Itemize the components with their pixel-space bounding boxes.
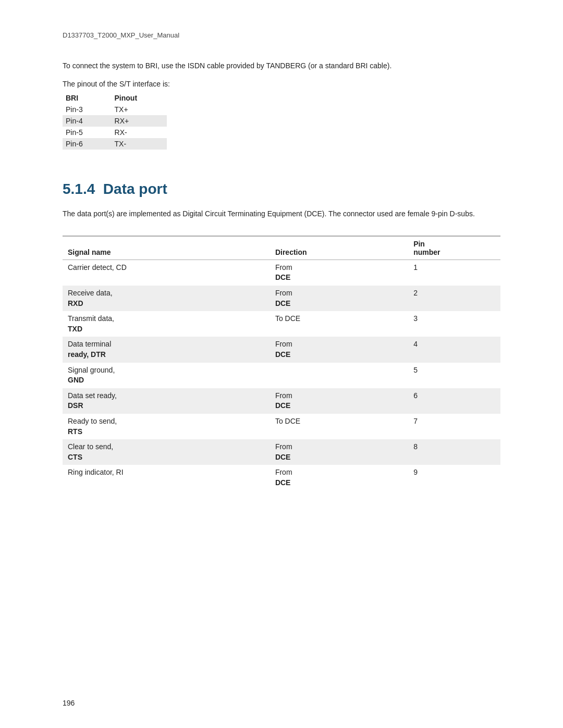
bri-row-pin: Pin-5	[63, 127, 112, 138]
direction-cell	[270, 363, 408, 388]
doc-id: D1337703_T2000_MXP_User_Manual	[63, 31, 179, 39]
table-row: Signal ground,GND5	[63, 363, 500, 388]
pin-number-cell: 5	[408, 363, 500, 388]
signal-name-cell: Data terminalready, DTR	[63, 337, 270, 362]
pin-number-cell: 8	[408, 439, 500, 465]
table-row: Data terminalready, DTRFromDCE4	[63, 337, 500, 362]
pin-number-cell: 6	[408, 388, 500, 414]
bri-table: BRI Pinout Pin-3TX+Pin-4RX+Pin-5RX-Pin-6…	[63, 92, 167, 150]
col-header-pin: Pinnumber	[408, 236, 500, 260]
direction-cell: FromDCE	[270, 337, 408, 362]
bri-intro: To connect the system to BRI, use the IS…	[63, 60, 500, 71]
page: D1337703_T2000_MXP_User_Manual To connec…	[0, 0, 563, 728]
bri-row-pin: Pin-6	[63, 138, 112, 150]
bri-col-pinout: Pinout	[112, 92, 167, 104]
table-row: Ready to send,RTSTo DCE7	[63, 414, 500, 439]
signal-name-cell: Transmit data,TXD	[63, 311, 270, 337]
col-header-direction: Direction	[270, 236, 408, 260]
table-row: Data set ready,DSRFromDCE6	[63, 388, 500, 414]
bri-row-pinout: RX+	[112, 115, 167, 127]
bri-row-pinout: TX-	[112, 138, 167, 150]
table-row: Carrier detect, CDFromDCE1	[63, 260, 500, 286]
direction-cell: FromDCE	[270, 388, 408, 414]
direction-cell: To DCE	[270, 311, 408, 337]
pinout-label: The pinout of the S/T interface is:	[63, 80, 500, 88]
pin-number-cell: 2	[408, 286, 500, 311]
col-header-signal: Signal name	[63, 236, 270, 260]
bri-row-pinout: RX-	[112, 127, 167, 138]
pin-number-cell: 9	[408, 465, 500, 490]
table-row: Transmit data,TXDTo DCE3	[63, 311, 500, 337]
direction-cell: To DCE	[270, 414, 408, 439]
direction-cell: FromDCE	[270, 439, 408, 465]
bri-col-bri: BRI	[63, 92, 112, 104]
section-title: 5.1.4 Data port	[63, 181, 500, 198]
signal-name-cell: Ready to send,RTS	[63, 414, 270, 439]
pin-number-cell: 1	[408, 260, 500, 286]
data-port-table: Signal name Direction Pinnumber Carrier …	[63, 236, 500, 491]
direction-cell: FromDCE	[270, 465, 408, 490]
signal-name-cell: Data set ready,DSR	[63, 388, 270, 414]
pin-number-cell: 7	[408, 414, 500, 439]
page-number: 196	[63, 699, 75, 707]
table-row: Receive data,RXDFromDCE2	[63, 286, 500, 311]
bri-row-pin: Pin-3	[63, 104, 112, 115]
table-row: Clear to send,CTSFromDCE8	[63, 439, 500, 465]
signal-name-cell: Carrier detect, CD	[63, 260, 270, 286]
doc-header: D1337703_T2000_MXP_User_Manual	[63, 31, 500, 39]
pin-number-cell: 4	[408, 337, 500, 362]
section-intro: The data port(s) are implemented as Digi…	[63, 208, 500, 219]
bri-row-pin: Pin-4	[63, 115, 112, 127]
direction-cell: FromDCE	[270, 260, 408, 286]
pin-number-cell: 3	[408, 311, 500, 337]
bri-row-pinout: TX+	[112, 104, 167, 115]
direction-cell: FromDCE	[270, 286, 408, 311]
table-row: Ring indicator, RIFromDCE9	[63, 465, 500, 490]
signal-name-cell: Signal ground,GND	[63, 363, 270, 388]
signal-name-cell: Ring indicator, RI	[63, 465, 270, 490]
signal-name-cell: Receive data,RXD	[63, 286, 270, 311]
signal-name-cell: Clear to send,CTS	[63, 439, 270, 465]
